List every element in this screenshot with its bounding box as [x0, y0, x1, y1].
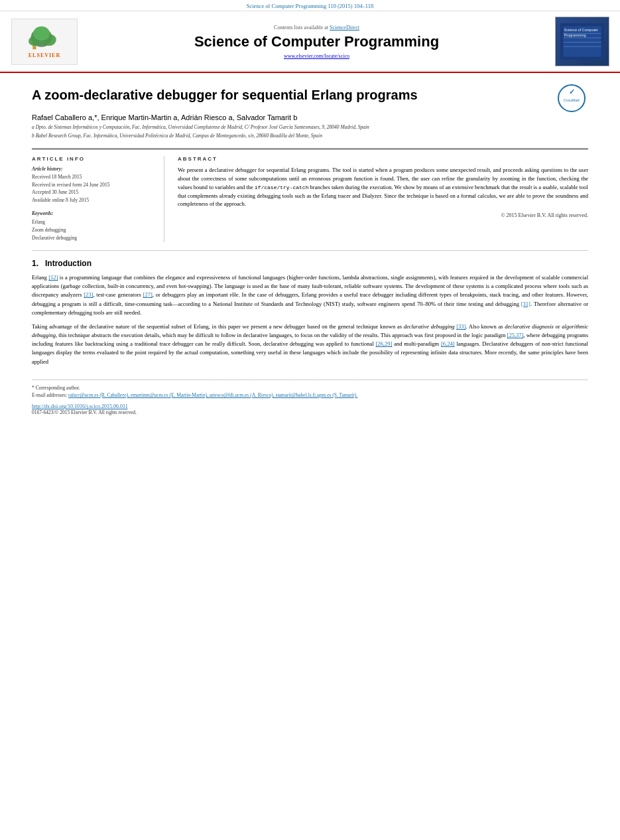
article-title-block: ✓ CrossMark A zoom-declarative debugger …: [32, 81, 588, 113]
code-snippet: if/case/try-catch: [255, 184, 309, 190]
intro-section-number: 1.: [32, 259, 38, 268]
ref-23[interactable]: [23]: [84, 291, 93, 298]
intro-para-2: Taking advantage of the declarative natu…: [32, 322, 588, 366]
ref-27[interactable]: [27]: [143, 291, 153, 298]
ref-25-37[interactable]: [25,37]: [507, 332, 524, 338]
doi-link[interactable]: http://dx.doi.org/10.1016/j.scico.2015.0…: [32, 403, 128, 409]
ref-6-24[interactable]: [6,24]: [441, 340, 455, 347]
svg-text:✓: ✓: [569, 88, 575, 96]
affiliation-b: b Babel Research Group, Fac. Informática…: [32, 133, 588, 140]
email-addresses-line: E-mail addresses: rafacr@ucm.es (R. Caba…: [32, 391, 588, 399]
journal-url-link[interactable]: www.elsevier.com/locate/scico: [284, 53, 349, 59]
journal-url: www.elsevier.com/locate/scico: [284, 53, 349, 59]
intro-para-1: Erlang [12] is a programming language th…: [32, 273, 588, 317]
crossmark-icon: ✓ CrossMark: [555, 84, 588, 113]
email-list[interactable]: rafacr@ucm.es (R. Caballero), emartinm@u…: [68, 392, 357, 398]
ref-26-29[interactable]: [26,29]: [376, 340, 393, 347]
elsevier-brand-text: ELSEVIER: [29, 52, 60, 58]
svg-text:CrossMark: CrossMark: [564, 98, 580, 102]
available-online-date: Available online 8 July 2015: [32, 197, 155, 204]
ref-31[interactable]: [31]: [521, 301, 530, 307]
keyword-1: Erlang: [32, 218, 155, 226]
article-title: A zoom-declarative debugger for sequenti…: [32, 86, 588, 104]
intro-section-title: Introduction: [45, 259, 92, 268]
abstract-heading: ABSTRACT: [178, 156, 588, 162]
accepted-date: Accepted 30 June 2015: [32, 189, 155, 196]
abstract-text: We present a declarative debugger for se…: [178, 166, 588, 208]
keywords-label: Keywords:: [32, 210, 155, 216]
journal-header: ELSEVIER Contents lists available at Sci…: [0, 11, 620, 73]
journal-reference-text: Science of Computer Programming 110 (201…: [247, 3, 374, 9]
authors-line: Rafael Caballero a,*, Enrique Martin-Mar…: [32, 113, 588, 121]
section-divider: [32, 250, 588, 251]
svg-point-4: [33, 27, 50, 40]
corresponding-author-note: * Corresponding author.: [32, 384, 588, 391]
keyword-3: Declarative debugging: [32, 234, 155, 242]
article-info-abstract-section: ARTICLE INFO Article history: Received 1…: [32, 149, 588, 242]
ref-12[interactable]: [12]: [48, 274, 58, 281]
journal-logo-right: Science of Computer Programming: [552, 17, 612, 66]
introduction-section: 1. Introduction Erlang [12] is a program…: [32, 259, 588, 366]
svg-text:Programming: Programming: [564, 33, 586, 37]
article-info-heading: ARTICLE INFO: [32, 156, 155, 162]
issn-line: 0167-6423/© 2015 Elsevier B.V. All right…: [32, 409, 588, 415]
elsevier-logo: ELSEVIER: [8, 17, 81, 66]
footer-section: * Corresponding author. E-mail addresses…: [32, 380, 588, 420]
ref-33[interactable]: [33]: [456, 323, 465, 330]
journal-logo-box: Science of Computer Programming: [555, 17, 609, 66]
copyright-line: © 2015 Elsevier B.V. All rights reserved…: [178, 212, 588, 218]
keywords-section: Keywords: Erlang Zoom debugging Declarat…: [32, 210, 155, 242]
affiliation-a: a Dpto. de Sistemas Informáticos y Compu…: [32, 124, 588, 131]
intro-heading: 1. Introduction: [32, 259, 588, 268]
abstract-col: ABSTRACT We present a declarative debugg…: [178, 156, 588, 242]
elsevier-tree-icon: [25, 25, 64, 51]
article-history-label: Article history:: [32, 166, 155, 172]
keyword-2: Zoom debugging: [32, 226, 155, 234]
journal-reference-bar: Science of Computer Programming 110 (201…: [0, 0, 620, 11]
journal-cover-icon: Science of Computer Programming: [559, 23, 605, 60]
journal-title-block: Contents lists available at ScienceDirec…: [81, 17, 552, 66]
received-date: Received 18 March 2015: [32, 174, 155, 181]
svg-text:Science of Computer: Science of Computer: [564, 28, 599, 32]
sciencedirect-link[interactable]: ScienceDirect: [330, 25, 359, 31]
received-revised-date: Received in revised form 24 June 2015: [32, 182, 155, 189]
journal-title: Science of Computer Programming: [194, 33, 439, 50]
contents-available-line: Contents lists available at ScienceDirec…: [274, 25, 359, 31]
crossmark-badge: ✓ CrossMark: [555, 84, 588, 113]
main-content: ✓ CrossMark A zoom-declarative debugger …: [0, 73, 620, 380]
elsevier-logo-image: ELSEVIER: [11, 19, 78, 65]
article-info-col: ARTICLE INFO Article history: Received 1…: [32, 156, 164, 242]
